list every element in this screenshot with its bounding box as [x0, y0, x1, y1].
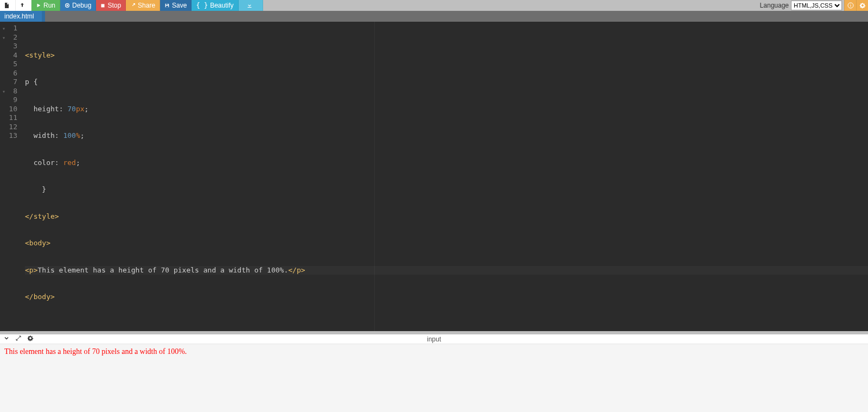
output-panel: This element has a height of 70 pixels a…: [0, 344, 868, 412]
save-button[interactable]: Save: [160, 0, 192, 11]
code-token: red: [63, 159, 75, 167]
code-token: :: [59, 105, 68, 113]
code-token: %: [76, 131, 80, 140]
code-editor[interactable]: ▾1▾234567▾8910111213 <style> p { height:…: [0, 22, 868, 331]
play-icon: [36, 3, 41, 8]
code-token: </body>: [25, 293, 55, 301]
svg-rect-2: [101, 4, 105, 7]
svg-rect-8: [850, 4, 851, 4]
fold-marker[interactable]: ▾: [2, 87, 5, 97]
line-number: 10: [3, 105, 17, 114]
code-token: px: [76, 105, 85, 113]
download-button[interactable]: [239, 0, 263, 11]
expand-icon: [15, 335, 22, 341]
save-icon: [164, 3, 170, 8]
upload-button[interactable]: [16, 0, 31, 11]
code-token: <p>: [25, 266, 37, 274]
svg-rect-7: [850, 5, 851, 7]
target-icon: [65, 3, 70, 8]
line-number: 5: [3, 60, 17, 69]
line-number: 4: [3, 51, 17, 60]
line-number: 11: [3, 113, 17, 123]
language-label: Language: [760, 2, 789, 9]
language-select[interactable]: HTML,JS,CSS: [791, 1, 842, 10]
tab-bar: index.html: [0, 11, 868, 22]
line-number: ▾1: [3, 24, 17, 33]
main-toolbar: Run Debug Stop Share Save { } Beautify L…: [0, 0, 868, 11]
debug-label: Debug: [72, 2, 91, 9]
code-token: This element has a height of 70 pixels a…: [37, 266, 288, 274]
settings-button[interactable]: [856, 0, 868, 11]
svg-rect-4: [166, 5, 168, 7]
info-button[interactable]: [844, 0, 856, 11]
expand-button[interactable]: [15, 335, 22, 343]
tab-label: index.html: [4, 12, 34, 20]
code-token: :: [55, 131, 63, 140]
code-token: <body>: [25, 239, 50, 247]
output-center-label: input: [427, 335, 441, 343]
beautify-label: Beautify: [210, 2, 233, 9]
language-selector-wrap: Language HTML,JS,CSS: [758, 0, 844, 11]
toolbar-spacer: [263, 0, 758, 11]
share-label: Share: [138, 2, 155, 9]
output-toolbar: input: [0, 334, 868, 344]
new-file-button[interactable]: [0, 0, 16, 11]
editor-ruler: [374, 22, 375, 331]
line-number: 12: [3, 123, 17, 132]
stop-icon: [100, 3, 105, 8]
stop-button[interactable]: Stop: [96, 0, 126, 11]
code-token: ;: [76, 159, 80, 167]
editor-panel: ▾1▾234567▾8910111213 <style> p { height:…: [0, 22, 868, 331]
gear-icon: [27, 335, 34, 341]
line-number: 9: [3, 96, 17, 105]
code-token: ;: [85, 105, 89, 113]
fold-marker[interactable]: ▾: [2, 24, 5, 34]
output-settings-button[interactable]: [27, 335, 34, 343]
line-number: ▾8: [3, 87, 17, 96]
run-button[interactable]: Run: [31, 0, 60, 11]
collapse-button[interactable]: [3, 335, 10, 343]
save-label: Save: [172, 2, 187, 9]
svg-point-1: [67, 5, 68, 6]
gear-icon: [859, 2, 866, 9]
fold-marker[interactable]: ▾: [2, 34, 5, 43]
code-token: {: [29, 78, 38, 86]
run-label: Run: [43, 2, 55, 9]
line-number: 6: [3, 69, 17, 78]
code-token: ;: [80, 131, 85, 140]
braces-icon: { }: [196, 2, 208, 9]
code-token: p: [25, 78, 29, 86]
code-token: 100: [63, 131, 75, 140]
file-icon: [3, 2, 10, 9]
line-number-gutter: ▾1▾234567▾8910111213: [0, 22, 22, 331]
chevron-down-icon: [3, 335, 10, 341]
debug-button[interactable]: Debug: [60, 0, 96, 11]
code-token: }: [25, 185, 46, 193]
output-text: This element has a height of 70 pixels a…: [4, 347, 187, 356]
download-icon: [246, 2, 253, 9]
stop-label: Stop: [107, 2, 121, 9]
code-token: </p>: [288, 266, 305, 274]
code-token: width: [25, 131, 55, 140]
share-icon: [130, 3, 136, 8]
tab-index-html[interactable]: index.html: [0, 11, 45, 22]
code-area[interactable]: <style> p { height: 70px; width: 100%; c…: [22, 22, 868, 331]
share-button[interactable]: Share: [126, 0, 160, 11]
line-number: 13: [3, 131, 17, 141]
code-token: <style>: [25, 51, 55, 59]
line-number: ▾2: [3, 33, 17, 42]
code-token: color: [25, 159, 55, 167]
line-number: 3: [3, 42, 17, 51]
line-number: 7: [3, 78, 17, 87]
svg-rect-3: [166, 4, 168, 5]
code-token: </style>: [25, 212, 59, 220]
svg-rect-5: [247, 7, 251, 8]
code-token: 70: [67, 105, 76, 113]
code-token: height: [25, 105, 59, 113]
upload-icon: [19, 2, 25, 9]
code-token: :: [55, 159, 63, 167]
info-icon: [847, 2, 854, 9]
beautify-button[interactable]: { } Beautify: [192, 0, 238, 11]
